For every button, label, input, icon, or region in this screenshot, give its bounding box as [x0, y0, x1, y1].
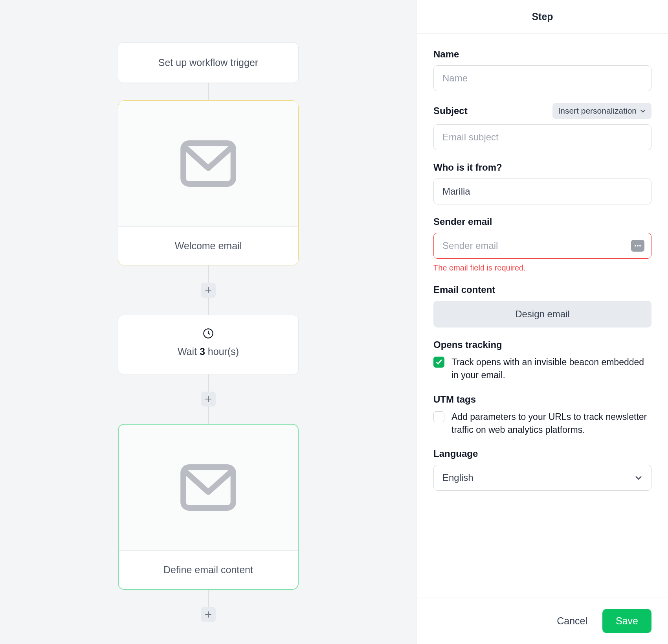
check-icon — [435, 359, 442, 366]
mail-icon — [179, 140, 238, 187]
connector — [208, 265, 209, 283]
connector — [208, 83, 209, 100]
sender-label: Sender email — [433, 216, 492, 227]
wait-value: 3 — [200, 346, 205, 357]
cancel-button[interactable]: Cancel — [557, 615, 587, 627]
subject-input[interactable] — [433, 124, 651, 150]
wait-prefix: Wait — [178, 346, 200, 357]
email-thumb — [118, 101, 298, 226]
wait-suffix: hour(s) — [205, 346, 239, 357]
plus-icon — [205, 396, 212, 403]
save-button[interactable]: Save — [602, 609, 651, 633]
content-label: Email content — [433, 284, 495, 295]
name-label: Name — [433, 49, 459, 60]
wait-node[interactable]: Wait 3 hour(s) — [118, 315, 299, 374]
panel-title: Step — [417, 0, 668, 34]
email-thumb — [119, 425, 298, 550]
connector — [208, 374, 209, 392]
step-panel: Step Name Subject Insert personalization… — [417, 0, 668, 644]
sender-suffix-button[interactable] — [631, 240, 644, 252]
workflow-canvas[interactable]: Set up workflow trigger Welcome email Wa… — [0, 0, 417, 644]
trigger-label: Set up workflow trigger — [158, 57, 258, 68]
panel-footer: Cancel Save — [417, 598, 668, 644]
insert-personalization-chip[interactable]: Insert personalization — [552, 103, 651, 119]
connector — [208, 298, 209, 315]
email-node-label: Define email content — [119, 550, 298, 589]
add-step-button[interactable] — [201, 607, 216, 622]
utm-desc: Add parameters to your URLs to track new… — [451, 410, 651, 437]
connector — [208, 407, 209, 424]
from-label: Who is it from? — [433, 162, 502, 173]
chip-label: Insert personalization — [558, 106, 637, 116]
plus-icon — [205, 287, 212, 294]
subject-label: Subject — [433, 105, 468, 116]
design-email-button[interactable]: Design email — [433, 301, 651, 328]
connector — [208, 590, 209, 607]
svg-point-3 — [635, 245, 636, 247]
name-input[interactable] — [433, 65, 651, 91]
email-node-welcome[interactable]: Welcome email — [118, 100, 299, 265]
dots-icon — [634, 245, 642, 247]
add-step-button[interactable] — [201, 392, 216, 407]
language-value: English — [442, 472, 473, 483]
utm-checkbox[interactable] — [433, 411, 444, 422]
utm-label: UTM tags — [433, 394, 651, 405]
trigger-node[interactable]: Set up workflow trigger — [118, 42, 299, 83]
language-label: Language — [433, 448, 478, 459]
sender-error-text: The email field is required. — [433, 263, 651, 272]
chevron-down-icon — [640, 108, 646, 114]
sender-input[interactable] — [433, 233, 651, 259]
mail-icon — [179, 464, 238, 511]
add-step-button[interactable] — [201, 283, 216, 298]
opens-label: Opens tracking — [433, 339, 651, 350]
language-select[interactable]: English — [433, 465, 651, 491]
opens-desc: Track opens with an invisible beacon emb… — [451, 356, 651, 382]
chevron-down-icon — [635, 474, 642, 482]
plus-icon — [205, 611, 212, 618]
svg-point-4 — [637, 245, 639, 247]
email-node-define[interactable]: Define email content — [118, 424, 299, 590]
opens-checkbox[interactable] — [433, 357, 444, 368]
clock-icon — [203, 328, 214, 339]
svg-point-5 — [639, 245, 641, 247]
email-node-label: Welcome email — [118, 226, 298, 265]
from-input[interactable] — [433, 178, 651, 204]
panel-body: Name Subject Insert personalization Who … — [417, 34, 668, 598]
